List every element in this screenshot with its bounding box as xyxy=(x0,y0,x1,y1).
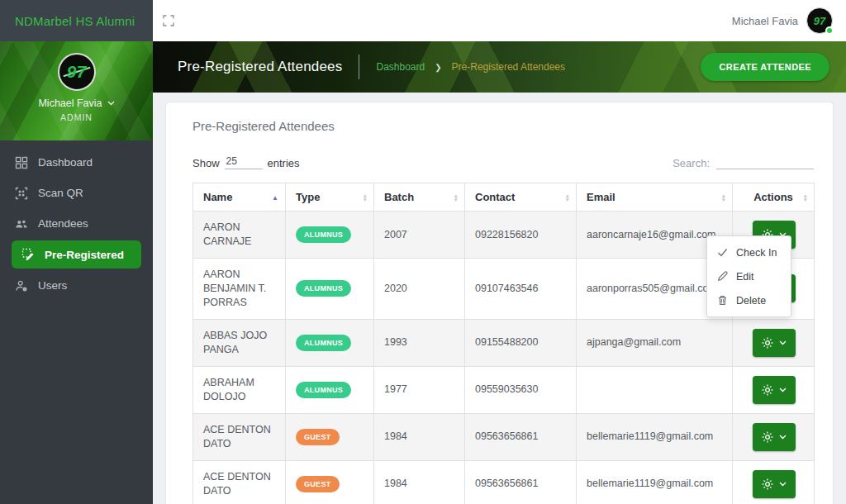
cell-contact: 09559035630 xyxy=(465,366,577,413)
column-header-name[interactable]: Name▲ xyxy=(193,183,286,212)
page-title: Pre-Registered Attendees xyxy=(178,59,342,75)
breadcrumb: Dashboard ❯ Pre-Registered Attendees xyxy=(376,61,565,73)
banner-divider xyxy=(359,55,359,79)
online-status-dot xyxy=(825,26,834,35)
topbar: Michael Favia 97 xyxy=(153,0,846,41)
chevron-down-icon xyxy=(779,435,787,440)
cell-email xyxy=(577,366,733,413)
cell-batch: 1984 xyxy=(374,413,465,460)
sidebar-item-label: Scan QR xyxy=(38,187,83,199)
type-badge: GUEST xyxy=(296,429,340,445)
column-header-contact[interactable]: Contact▲▼ xyxy=(465,183,577,212)
qr-code-icon xyxy=(15,187,28,200)
cell-batch: 1993 xyxy=(374,319,465,366)
sidebar-nav: Dashboard Scan QR Attendees Pre-Register… xyxy=(0,140,153,301)
fullscreen-icon xyxy=(163,15,174,26)
type-badge: ALUMNUS xyxy=(296,226,351,243)
profile-menu[interactable]: Michael Favia xyxy=(0,97,153,109)
topbar-user-menu[interactable]: Michael Favia 97 xyxy=(732,7,833,34)
school-logo: 97 xyxy=(58,53,96,91)
cell-actions xyxy=(733,366,815,413)
row-actions-dropdown: Check In Edit Delete xyxy=(706,235,791,317)
create-attendee-button[interactable]: CREATE ATTENDEE xyxy=(701,53,829,81)
menu-item-check-in[interactable]: Check In xyxy=(707,240,791,264)
column-header-batch[interactable]: Batch▲▼ xyxy=(374,183,465,212)
sidebar-item-dashboard[interactable]: Dashboard xyxy=(0,147,153,178)
column-header-email[interactable]: Email▲▼ xyxy=(577,183,733,212)
cell-email: bellemarie1119@gmail.com xyxy=(577,460,733,504)
sidebar-item-users[interactable]: Users xyxy=(0,270,153,301)
brand-link[interactable]: NDMarbel HS Alumni xyxy=(0,0,153,41)
sidebar-item-label: Users xyxy=(38,279,67,292)
cell-name: AARON BENJAMIN T. PORRAS xyxy=(193,259,286,320)
row-actions-button[interactable] xyxy=(753,376,796,404)
people-group-icon xyxy=(15,217,28,231)
sort-icon: ▲▼ xyxy=(803,193,808,201)
row-actions-button[interactable] xyxy=(753,329,796,357)
cell-actions xyxy=(733,319,815,366)
user-badge-icon xyxy=(15,279,28,292)
sidebar: NDMarbel HS Alumni 97 Michael Favia ADMI… xyxy=(0,0,153,504)
menu-item-delete[interactable]: Delete xyxy=(707,288,791,312)
pencil-icon xyxy=(717,271,728,282)
search-label: Search: xyxy=(673,157,710,169)
chevron-down-icon xyxy=(779,340,787,345)
breadcrumb-dashboard-link[interactable]: Dashboard xyxy=(376,61,425,73)
show-label: Show xyxy=(192,157,220,169)
gear-icon xyxy=(762,337,773,349)
cell-actions xyxy=(733,460,815,504)
gear-icon xyxy=(762,478,773,490)
cell-type: ALUMNUS xyxy=(286,259,374,320)
card-title: Pre-Registered Attendees xyxy=(192,119,814,133)
page-banner: Pre-Registered Attendees Dashboard ❯ Pre… xyxy=(153,41,846,93)
cell-batch: 1984 xyxy=(374,460,465,504)
check-icon xyxy=(717,247,728,258)
column-header-type[interactable]: Type▲▼ xyxy=(286,183,374,212)
sidebar-item-attendees[interactable]: Attendees xyxy=(0,208,153,239)
cell-type: GUEST xyxy=(286,413,374,460)
cell-name: ABRAHAM DOLOJO xyxy=(193,366,286,413)
entries-per-page-select[interactable]: 25 xyxy=(225,155,263,169)
profile-role: ADMIN xyxy=(0,112,153,122)
table-row: ABBAS JOJO PANGAALUMNUS199309155488200aj… xyxy=(193,319,815,366)
search-control: Search: xyxy=(673,153,814,169)
cell-actions xyxy=(733,413,815,460)
cell-batch: 1977 xyxy=(374,366,465,413)
cell-email: ajpanga@gmail.com xyxy=(577,319,733,366)
cell-contact: 09228156820 xyxy=(465,212,577,259)
topbar-user-name: Michael Favia xyxy=(732,15,798,27)
cell-type: GUEST xyxy=(286,460,374,504)
row-actions-button[interactable] xyxy=(753,470,796,498)
show-entries-control: Show 25 entries xyxy=(192,155,300,169)
sidebar-profile: 97 Michael Favia ADMIN xyxy=(0,41,153,140)
attendees-table: Name▲ Type▲▼ Batch▲▼ Contact▲▼ Email▲▼ A… xyxy=(192,183,815,504)
gear-icon xyxy=(762,384,773,396)
sort-ascending-icon: ▲ xyxy=(272,193,278,201)
cell-contact: 09563656861 xyxy=(465,413,577,460)
app-root: NDMarbel HS Alumni 97 Michael Favia ADMI… xyxy=(0,0,846,504)
avatar: 97 xyxy=(806,7,833,34)
cell-name: ABBAS JOJO PANGA xyxy=(193,319,286,366)
chevron-down-icon xyxy=(779,482,787,487)
sidebar-item-pre-registered[interactable]: Pre-Registered xyxy=(12,240,141,269)
entries-label: entries xyxy=(268,157,300,169)
profile-name: Michael Favia xyxy=(38,97,102,109)
sidebar-item-label: Attendees xyxy=(38,217,88,230)
fullscreen-toggle-button[interactable] xyxy=(163,10,184,31)
cell-email: bellemarie1119@gmail.com xyxy=(577,413,733,460)
row-actions-button[interactable] xyxy=(753,423,796,451)
menu-item-edit[interactable]: Edit xyxy=(707,264,791,288)
trash-icon xyxy=(717,295,728,306)
column-header-actions[interactable]: Actions▲▼ xyxy=(733,183,815,212)
sidebar-item-scan-qr[interactable]: Scan QR xyxy=(0,178,153,208)
breadcrumb-current: Pre-Registered Attendees xyxy=(452,61,565,73)
school-logo-text: 97 xyxy=(67,62,86,82)
search-input[interactable] xyxy=(716,153,814,169)
sort-icon: ▲▼ xyxy=(565,193,570,201)
table-row: ABRAHAM DOLOJOALUMNUS197709559035630 xyxy=(193,366,815,413)
type-badge: GUEST xyxy=(296,476,340,492)
cell-batch: 2007 xyxy=(374,212,465,259)
cell-type: ALUMNUS xyxy=(286,366,374,413)
cell-contact: 09563656861 xyxy=(465,460,577,504)
chevron-down-icon xyxy=(107,101,115,106)
